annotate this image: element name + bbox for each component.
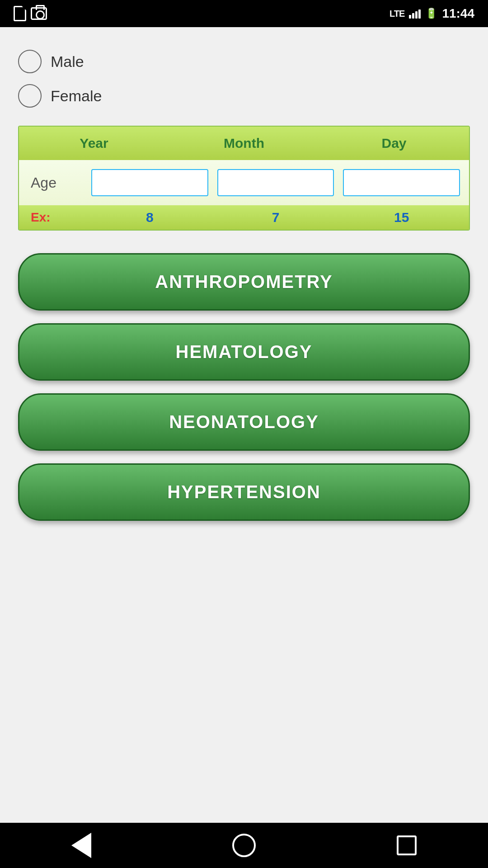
main-content: Male Female Year Month Day Age Ex: 8 7 1… bbox=[0, 27, 488, 823]
ex-label: Ex: bbox=[23, 210, 87, 225]
home-icon bbox=[232, 834, 256, 857]
recent-button[interactable] bbox=[389, 827, 425, 863]
signal-bar-3 bbox=[415, 11, 418, 19]
example-row: Ex: 8 7 15 bbox=[19, 205, 469, 230]
battery-icon: 🔋 bbox=[425, 8, 437, 19]
female-option[interactable]: Female bbox=[18, 84, 470, 108]
status-bar: LTE 🔋 11:44 bbox=[0, 0, 488, 27]
female-radio[interactable] bbox=[18, 84, 42, 108]
back-button[interactable] bbox=[63, 827, 99, 863]
ex-day-value: 15 bbox=[338, 210, 465, 225]
anthropometry-button[interactable]: ANTHROPOMETRY bbox=[18, 253, 470, 311]
female-label: Female bbox=[51, 87, 102, 105]
age-table: Year Month Day Age Ex: 8 7 15 bbox=[18, 126, 470, 231]
year-header: Year bbox=[19, 127, 169, 160]
home-button[interactable] bbox=[226, 827, 262, 863]
signal-bar-4 bbox=[418, 9, 421, 19]
year-input[interactable] bbox=[91, 169, 208, 196]
camera-icon bbox=[31, 7, 47, 20]
age-label: Age bbox=[23, 175, 87, 191]
male-option[interactable]: Male bbox=[18, 50, 470, 73]
month-header: Month bbox=[169, 127, 319, 160]
hematology-button[interactable]: HEMATOLOGY bbox=[18, 323, 470, 381]
back-icon bbox=[71, 833, 91, 858]
neonatology-button[interactable]: NEONATOLOGY bbox=[18, 393, 470, 451]
signal-bar-2 bbox=[412, 13, 414, 19]
status-icons: LTE 🔋 11:44 bbox=[389, 6, 474, 21]
month-input[interactable] bbox=[217, 169, 334, 196]
ex-month-value: 7 bbox=[213, 210, 339, 225]
male-radio[interactable] bbox=[18, 50, 42, 73]
age-input-row: Age bbox=[19, 160, 469, 205]
ex-year-value: 8 bbox=[87, 210, 213, 225]
recent-icon bbox=[397, 835, 417, 855]
signal-bars bbox=[409, 9, 421, 19]
nav-bar bbox=[0, 823, 488, 868]
day-input[interactable] bbox=[343, 169, 460, 196]
sd-card-icon bbox=[14, 6, 26, 21]
status-time: 11:44 bbox=[442, 6, 474, 21]
buttons-section: ANTHROPOMETRY HEMATOLOGY NEONATOLOGY HYP… bbox=[18, 253, 470, 521]
age-table-header: Year Month Day bbox=[19, 127, 469, 160]
male-label: Male bbox=[51, 53, 84, 71]
signal-bar-1 bbox=[409, 15, 411, 19]
gender-section: Male Female bbox=[18, 50, 470, 108]
lte-icon: LTE bbox=[389, 9, 404, 19]
hypertension-button[interactable]: HYPERTENSION bbox=[18, 463, 470, 521]
day-header: Day bbox=[319, 127, 469, 160]
